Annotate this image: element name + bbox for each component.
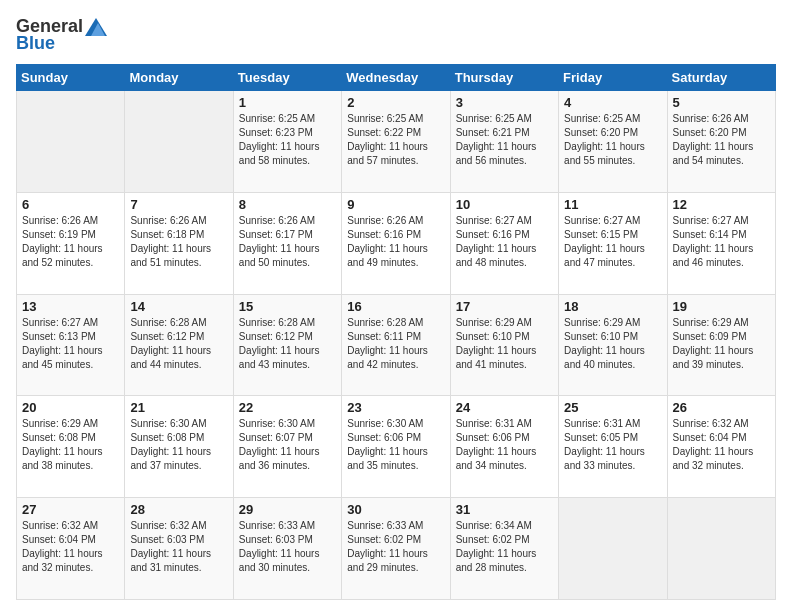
day-number: 27 — [22, 502, 119, 517]
day-number: 13 — [22, 299, 119, 314]
logo: General Blue — [16, 16, 107, 54]
weekday-header-thursday: Thursday — [450, 65, 558, 91]
day-info: Sunrise: 6:25 AMSunset: 6:20 PMDaylight:… — [564, 112, 661, 168]
weekday-header-friday: Friday — [559, 65, 667, 91]
day-info: Sunrise: 6:26 AMSunset: 6:16 PMDaylight:… — [347, 214, 444, 270]
day-number: 30 — [347, 502, 444, 517]
day-info: Sunrise: 6:26 AMSunset: 6:17 PMDaylight:… — [239, 214, 336, 270]
day-info: Sunrise: 6:33 AMSunset: 6:02 PMDaylight:… — [347, 519, 444, 575]
weekday-header-tuesday: Tuesday — [233, 65, 341, 91]
day-cell — [17, 91, 125, 193]
day-number: 25 — [564, 400, 661, 415]
day-cell — [667, 498, 775, 600]
day-info: Sunrise: 6:31 AMSunset: 6:05 PMDaylight:… — [564, 417, 661, 473]
weekday-header-sunday: Sunday — [17, 65, 125, 91]
day-info: Sunrise: 6:32 AMSunset: 6:04 PMDaylight:… — [673, 417, 770, 473]
day-info: Sunrise: 6:29 AMSunset: 6:10 PMDaylight:… — [564, 316, 661, 372]
day-info: Sunrise: 6:26 AMSunset: 6:20 PMDaylight:… — [673, 112, 770, 168]
day-cell: 17Sunrise: 6:29 AMSunset: 6:10 PMDayligh… — [450, 294, 558, 396]
day-cell: 26Sunrise: 6:32 AMSunset: 6:04 PMDayligh… — [667, 396, 775, 498]
header: General Blue — [16, 16, 776, 54]
weekday-header-wednesday: Wednesday — [342, 65, 450, 91]
day-info: Sunrise: 6:29 AMSunset: 6:09 PMDaylight:… — [673, 316, 770, 372]
week-row-2: 6Sunrise: 6:26 AMSunset: 6:19 PMDaylight… — [17, 192, 776, 294]
day-number: 1 — [239, 95, 336, 110]
day-info: Sunrise: 6:28 AMSunset: 6:12 PMDaylight:… — [239, 316, 336, 372]
day-number: 17 — [456, 299, 553, 314]
day-number: 12 — [673, 197, 770, 212]
day-number: 2 — [347, 95, 444, 110]
day-number: 4 — [564, 95, 661, 110]
day-cell: 8Sunrise: 6:26 AMSunset: 6:17 PMDaylight… — [233, 192, 341, 294]
day-cell: 20Sunrise: 6:29 AMSunset: 6:08 PMDayligh… — [17, 396, 125, 498]
day-number: 10 — [456, 197, 553, 212]
day-cell: 23Sunrise: 6:30 AMSunset: 6:06 PMDayligh… — [342, 396, 450, 498]
day-number: 7 — [130, 197, 227, 212]
day-cell: 29Sunrise: 6:33 AMSunset: 6:03 PMDayligh… — [233, 498, 341, 600]
day-cell: 14Sunrise: 6:28 AMSunset: 6:12 PMDayligh… — [125, 294, 233, 396]
day-number: 31 — [456, 502, 553, 517]
day-info: Sunrise: 6:27 AMSunset: 6:16 PMDaylight:… — [456, 214, 553, 270]
day-number: 15 — [239, 299, 336, 314]
day-cell: 3Sunrise: 6:25 AMSunset: 6:21 PMDaylight… — [450, 91, 558, 193]
day-number: 6 — [22, 197, 119, 212]
day-cell: 30Sunrise: 6:33 AMSunset: 6:02 PMDayligh… — [342, 498, 450, 600]
day-info: Sunrise: 6:26 AMSunset: 6:18 PMDaylight:… — [130, 214, 227, 270]
day-number: 26 — [673, 400, 770, 415]
day-info: Sunrise: 6:32 AMSunset: 6:04 PMDaylight:… — [22, 519, 119, 575]
day-info: Sunrise: 6:28 AMSunset: 6:12 PMDaylight:… — [130, 316, 227, 372]
day-cell: 19Sunrise: 6:29 AMSunset: 6:09 PMDayligh… — [667, 294, 775, 396]
day-cell: 15Sunrise: 6:28 AMSunset: 6:12 PMDayligh… — [233, 294, 341, 396]
day-cell: 24Sunrise: 6:31 AMSunset: 6:06 PMDayligh… — [450, 396, 558, 498]
day-cell: 4Sunrise: 6:25 AMSunset: 6:20 PMDaylight… — [559, 91, 667, 193]
day-cell: 13Sunrise: 6:27 AMSunset: 6:13 PMDayligh… — [17, 294, 125, 396]
logo-blue: Blue — [16, 33, 55, 54]
day-cell: 1Sunrise: 6:25 AMSunset: 6:23 PMDaylight… — [233, 91, 341, 193]
day-number: 14 — [130, 299, 227, 314]
day-info: Sunrise: 6:26 AMSunset: 6:19 PMDaylight:… — [22, 214, 119, 270]
day-cell: 22Sunrise: 6:30 AMSunset: 6:07 PMDayligh… — [233, 396, 341, 498]
weekday-header-saturday: Saturday — [667, 65, 775, 91]
day-cell: 21Sunrise: 6:30 AMSunset: 6:08 PMDayligh… — [125, 396, 233, 498]
day-cell — [559, 498, 667, 600]
day-cell: 31Sunrise: 6:34 AMSunset: 6:02 PMDayligh… — [450, 498, 558, 600]
day-info: Sunrise: 6:30 AMSunset: 6:07 PMDaylight:… — [239, 417, 336, 473]
week-row-3: 13Sunrise: 6:27 AMSunset: 6:13 PMDayligh… — [17, 294, 776, 396]
day-info: Sunrise: 6:29 AMSunset: 6:08 PMDaylight:… — [22, 417, 119, 473]
day-cell: 10Sunrise: 6:27 AMSunset: 6:16 PMDayligh… — [450, 192, 558, 294]
calendar-table: SundayMondayTuesdayWednesdayThursdayFrid… — [16, 64, 776, 600]
day-cell: 6Sunrise: 6:26 AMSunset: 6:19 PMDaylight… — [17, 192, 125, 294]
day-info: Sunrise: 6:31 AMSunset: 6:06 PMDaylight:… — [456, 417, 553, 473]
day-info: Sunrise: 6:30 AMSunset: 6:06 PMDaylight:… — [347, 417, 444, 473]
day-info: Sunrise: 6:27 AMSunset: 6:13 PMDaylight:… — [22, 316, 119, 372]
day-info: Sunrise: 6:29 AMSunset: 6:10 PMDaylight:… — [456, 316, 553, 372]
day-cell: 25Sunrise: 6:31 AMSunset: 6:05 PMDayligh… — [559, 396, 667, 498]
week-row-4: 20Sunrise: 6:29 AMSunset: 6:08 PMDayligh… — [17, 396, 776, 498]
day-number: 5 — [673, 95, 770, 110]
weekday-header-row: SundayMondayTuesdayWednesdayThursdayFrid… — [17, 65, 776, 91]
day-number: 18 — [564, 299, 661, 314]
day-cell: 16Sunrise: 6:28 AMSunset: 6:11 PMDayligh… — [342, 294, 450, 396]
day-cell: 18Sunrise: 6:29 AMSunset: 6:10 PMDayligh… — [559, 294, 667, 396]
week-row-5: 27Sunrise: 6:32 AMSunset: 6:04 PMDayligh… — [17, 498, 776, 600]
day-number: 23 — [347, 400, 444, 415]
day-cell: 5Sunrise: 6:26 AMSunset: 6:20 PMDaylight… — [667, 91, 775, 193]
day-number: 24 — [456, 400, 553, 415]
day-number: 29 — [239, 502, 336, 517]
day-cell: 7Sunrise: 6:26 AMSunset: 6:18 PMDaylight… — [125, 192, 233, 294]
day-cell: 27Sunrise: 6:32 AMSunset: 6:04 PMDayligh… — [17, 498, 125, 600]
day-cell: 11Sunrise: 6:27 AMSunset: 6:15 PMDayligh… — [559, 192, 667, 294]
logo-icon — [85, 18, 107, 36]
day-number: 16 — [347, 299, 444, 314]
day-number: 28 — [130, 502, 227, 517]
day-info: Sunrise: 6:33 AMSunset: 6:03 PMDaylight:… — [239, 519, 336, 575]
day-number: 22 — [239, 400, 336, 415]
day-number: 11 — [564, 197, 661, 212]
day-cell: 2Sunrise: 6:25 AMSunset: 6:22 PMDaylight… — [342, 91, 450, 193]
day-info: Sunrise: 6:25 AMSunset: 6:21 PMDaylight:… — [456, 112, 553, 168]
day-info: Sunrise: 6:25 AMSunset: 6:22 PMDaylight:… — [347, 112, 444, 168]
day-cell: 28Sunrise: 6:32 AMSunset: 6:03 PMDayligh… — [125, 498, 233, 600]
day-number: 9 — [347, 197, 444, 212]
day-number: 20 — [22, 400, 119, 415]
day-cell — [125, 91, 233, 193]
